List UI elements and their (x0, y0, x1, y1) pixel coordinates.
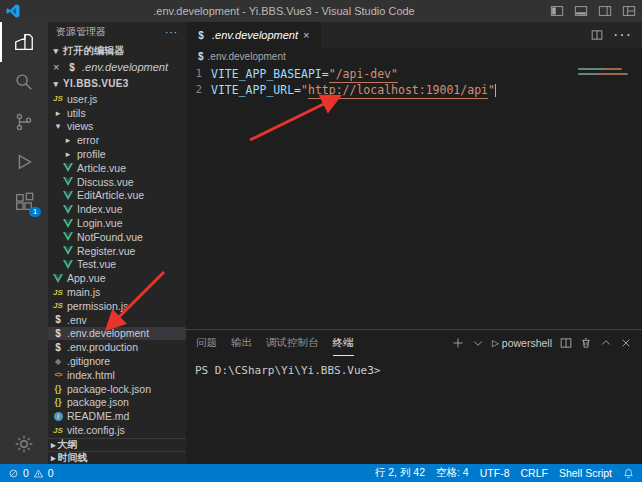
status-right: 行 2, 列 42 空格: 4 UTF-8 CRLF Shell Script (375, 466, 634, 480)
notifications-bell-icon[interactable] (623, 468, 634, 479)
tree-item-.gitignore[interactable]: ◆.gitignore (48, 354, 186, 368)
indentation-status[interactable]: 空格: 4 (436, 466, 469, 480)
tree-item-user.js[interactable]: JSuser.js (48, 92, 186, 106)
activity-source-control[interactable] (0, 102, 48, 142)
tree-item-.env[interactable]: $.env (48, 313, 186, 327)
close-icon[interactable]: × (53, 63, 62, 72)
activity-run-debug[interactable] (0, 142, 48, 182)
tab-close-icon[interactable]: × (303, 31, 312, 40)
open-editors-header[interactable]: ▾ 打开的编辑器 (48, 42, 186, 59)
problems-status[interactable]: 0 0 (8, 467, 54, 479)
activity-explorer[interactable] (0, 22, 48, 62)
more-actions-icon[interactable]: ··· (613, 26, 632, 44)
activity-settings[interactable] (0, 424, 48, 464)
activity-search[interactable] (0, 62, 48, 102)
tree-item-Register.vue[interactable]: Register.vue (48, 244, 186, 258)
chevron-down-icon: ▾ (51, 79, 61, 89)
line-number: 2 (186, 82, 202, 98)
timeline-pane-header[interactable]: ▸ 时间线 (48, 451, 186, 464)
maximize-panel-icon[interactable] (600, 337, 612, 349)
panel-tab-output[interactable]: 输出 (231, 330, 252, 356)
tree-item-package-lock.json[interactable]: {}package-lock.json (48, 382, 186, 396)
tree-item-NotFound.vue[interactable]: NotFound.vue (48, 230, 186, 244)
window-title: .env.development - Yi.BBS.Vue3 - Visual … (26, 5, 542, 17)
tree-item-package.json[interactable]: {}package.json (48, 396, 186, 410)
html-file-icon: <> (52, 370, 64, 379)
tree-item-Discuss.vue[interactable]: Discuss.vue (48, 175, 186, 189)
new-terminal-icon[interactable] (452, 337, 464, 349)
project-section-header[interactable]: ▾ YI.BBS.VUE3 (48, 75, 186, 92)
tree-item-permission.js[interactable]: JSpermission.js (48, 299, 186, 313)
tree-item-.env.production[interactable]: $.env.production (48, 340, 186, 354)
token-operator: = (294, 82, 301, 98)
more-actions-icon[interactable]: ··· (165, 27, 178, 38)
js-file-icon: JS (52, 94, 64, 103)
tree-item-label: .env.production (67, 341, 138, 353)
split-editor-icon[interactable] (591, 29, 603, 41)
tree-item-profile[interactable]: ▸profile (48, 147, 186, 161)
tree-item-label: App.vue (67, 272, 106, 284)
open-editor-item[interactable]: × $ .env.development (48, 59, 186, 75)
tree-item-Index.vue[interactable]: Index.vue (48, 202, 186, 216)
encoding-status[interactable]: UTF-8 (480, 467, 510, 479)
panel-tab-terminal[interactable]: 终端 (333, 330, 354, 356)
tree-item-vite.config.js[interactable]: JSvite.config.js (48, 423, 186, 437)
token-variable: VITE_APP_URL (211, 82, 294, 98)
bottom-panel: 问题输出调试控制台终端 ▷ powershell (186, 329, 642, 464)
vue-file-icon (62, 260, 74, 269)
tree-item-error[interactable]: ▸error (48, 133, 186, 147)
activity-extensions[interactable]: 1 (0, 182, 48, 222)
kill-terminal-icon[interactable] (580, 337, 592, 349)
panel-tab-debug-console[interactable]: 调试控制台 (266, 330, 319, 356)
eol-status[interactable]: CRLF (520, 467, 547, 479)
tree-item-Login.vue[interactable]: Login.vue (48, 216, 186, 230)
chevron-down-icon[interactable] (472, 337, 484, 349)
shell-file-icon: $ (52, 314, 64, 325)
status-left: 0 0 (8, 467, 54, 479)
cursor-position[interactable]: 行 2, 列 42 (375, 466, 425, 480)
split-terminal-icon[interactable] (560, 337, 572, 349)
toggle-secondary-sidebar-icon[interactable] (598, 4, 612, 18)
chevron-right-icon: ▸ (51, 440, 56, 450)
vue-file-icon (62, 219, 74, 228)
code-line-1[interactable]: 1VITE_APP_BASEAPI="/api-dev" (186, 66, 642, 82)
tree-item-.env.development[interactable]: $.env.development (48, 327, 186, 341)
shell-file-icon: $ (52, 328, 64, 339)
chevron-right-icon: ▸ (52, 108, 64, 118)
sidebar-title: 资源管理器 (56, 25, 106, 39)
tree-item-README.md[interactable]: iREADME.md (48, 409, 186, 423)
terminal-profile-button[interactable]: ▷ powershell (492, 337, 552, 349)
toggle-panel-icon[interactable] (574, 4, 588, 18)
tree-item-index.html[interactable]: <>index.html (48, 368, 186, 382)
tree-item-Article.vue[interactable]: Article.vue (48, 161, 186, 175)
panel-tab-problems[interactable]: 问题 (196, 330, 217, 356)
customize-layout-icon[interactable] (622, 4, 636, 18)
tree-item-label: index.html (67, 369, 115, 381)
terminal-output[interactable]: PS D:\CSharp\Yi\Yi.BBS.Vue3> (186, 356, 642, 464)
tree-item-views[interactable]: ▾views (48, 120, 186, 134)
run-debug-icon (13, 151, 35, 173)
chevron-right-icon: ▸ (51, 453, 56, 463)
minimap[interactable] (578, 68, 628, 75)
vue-file-icon (62, 177, 74, 186)
explorer-sidebar: 资源管理器 ··· ▾ 打开的编辑器 × $ .env.development … (48, 22, 186, 464)
outline-pane-header[interactable]: ▸ 大纲 (48, 438, 186, 451)
tree-item-label: Index.vue (77, 203, 123, 215)
close-panel-icon[interactable] (620, 337, 632, 349)
title-bar: .env.development - Yi.BBS.Vue3 - Visual … (0, 0, 642, 22)
breadcrumb[interactable]: $ .env.development (186, 48, 642, 64)
tree-item-utils[interactable]: ▸utils (48, 106, 186, 120)
explorer-icon (13, 31, 35, 53)
language-mode[interactable]: Shell Script (559, 467, 612, 479)
tree-item-main.js[interactable]: JSmain.js (48, 285, 186, 299)
search-icon (13, 71, 35, 93)
tab-env-development[interactable]: $ .env.development × (186, 22, 321, 48)
toggle-sidebar-icon[interactable] (550, 4, 564, 18)
tree-item-EditArticle.vue[interactable]: EditArticle.vue (48, 189, 186, 203)
tree-item-App.vue[interactable]: App.vue (48, 271, 186, 285)
tree-item-Test.vue[interactable]: Test.vue (48, 258, 186, 272)
main-area: 1 资源管理器 ··· ▾ 打开的编辑器 × $ (0, 22, 642, 464)
panel-actions: ▷ powershell (452, 337, 632, 349)
code-line-2[interactable]: 2VITE_APP_URL="http://localhost:19001/ap… (186, 82, 642, 98)
code-editor[interactable]: 1VITE_APP_BASEAPI="/api-dev"2VITE_APP_UR… (186, 64, 642, 329)
